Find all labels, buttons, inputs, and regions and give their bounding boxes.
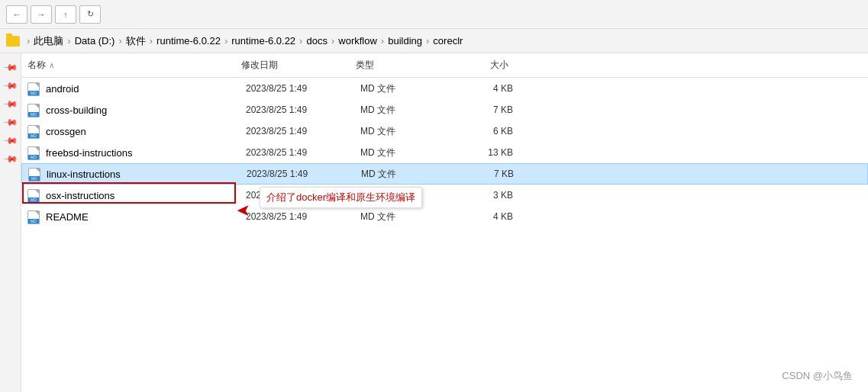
file-date: 2023/8/25 1:49 <box>246 190 360 201</box>
top-bar: ← → ↑ ↻ <box>0 0 868 29</box>
breadcrumb-data-d[interactable]: Data (D:) <box>75 35 115 47</box>
file-row-linux-instructions[interactable]: MD linux-instructions 2023/8/25 1:49 MD … <box>21 163 868 185</box>
pin-icon-4[interactable]: 📌 <box>2 114 19 131</box>
file-date: 2023/8/25 1:49 <box>246 147 360 158</box>
file-type: MD 文件 <box>360 210 452 223</box>
file-date: 2023/8/25 1:49 <box>246 104 360 115</box>
pin-icon-6[interactable]: 📌 <box>2 150 19 168</box>
file-size: 7 KB <box>453 169 514 179</box>
file-name: android <box>46 83 246 95</box>
file-name: crossgen <box>46 126 246 137</box>
md-file-icon: MD <box>27 189 41 201</box>
file-type: MD 文件 <box>360 125 452 138</box>
up-button[interactable]: ↑ <box>55 5 76 24</box>
breadcrumb-docs[interactable]: docs <box>306 35 327 47</box>
md-file-icon: MD <box>27 82 41 95</box>
forward-button[interactable]: → <box>31 5 52 24</box>
file-type: MD 文件 <box>360 146 452 159</box>
file-date: 2023/8/25 1:49 <box>247 169 361 179</box>
file-row-android[interactable]: MD android 2023/8/25 1:49 MD 文件 4 KB <box>21 78 868 99</box>
breadcrumb-runtime1[interactable]: runtime-6.0.22 <box>156 35 221 47</box>
file-name: freebsd-instructions <box>46 147 246 159</box>
file-row-cross-building[interactable]: MD cross-building 2023/8/25 1:49 MD 文件 7… <box>21 99 868 120</box>
file-type: MD 文件 <box>360 189 452 202</box>
file-type: MD 文件 <box>360 82 452 95</box>
md-file-icon: MD <box>27 210 41 223</box>
md-file-icon: MD <box>27 146 41 159</box>
pin-icon-5[interactable]: 📌 <box>2 132 19 149</box>
pin-icon-2[interactable]: 📌 <box>2 77 19 95</box>
breadcrumb: › 此电脑 › Data (D:) › 软件 › runtime-6.0.22 … <box>0 29 868 53</box>
sidebar: 📌 📌 📌 📌 📌 📌 <box>0 53 21 392</box>
file-size: 4 KB <box>452 83 513 94</box>
file-type: MD 文件 <box>360 104 452 117</box>
file-size: 13 KB <box>452 147 513 158</box>
sort-arrow-name: ∧ <box>49 61 54 69</box>
folder-icon <box>6 36 20 47</box>
file-list-area: 名称 ∧ 修改日期 类型 大小 MD android 2023/8/25 1:4… <box>21 53 868 392</box>
breadcrumb-runtime2[interactable]: runtime-6.0.22 <box>231 35 295 47</box>
file-size: 6 KB <box>452 126 513 137</box>
file-size: 7 KB <box>452 104 513 115</box>
md-file-icon: MD <box>27 125 41 137</box>
refresh-button[interactable]: ↻ <box>79 5 101 24</box>
file-row-freebsd[interactable]: MD freebsd-instructions 2023/8/25 1:49 M… <box>21 142 868 163</box>
breadcrumb-workflow[interactable]: workflow <box>338 35 377 47</box>
breadcrumb-building[interactable]: building <box>388 35 422 47</box>
file-type: MD 文件 <box>361 168 453 181</box>
breadcrumb-coreclr[interactable]: coreclr <box>433 35 463 47</box>
pin-icon-3[interactable]: 📌 <box>2 95 19 113</box>
file-name: README <box>46 211 246 223</box>
back-button[interactable]: ← <box>6 5 27 24</box>
file-row-osx[interactable]: MD osx-instructions 2023/8/25 1:49 MD 文件… <box>21 185 868 206</box>
col-header-size[interactable]: 大小 <box>447 59 508 72</box>
file-row-readme[interactable]: MD README 2023/8/25 1:49 MD 文件 4 KB <box>21 206 868 227</box>
file-size: 3 KB <box>452 190 513 201</box>
breadcrumb-software[interactable]: 软件 <box>126 34 146 48</box>
file-size: 4 KB <box>452 211 513 222</box>
file-row-crossgen[interactable]: MD crossgen 2023/8/25 1:49 MD 文件 6 KB <box>21 120 868 142</box>
md-file-icon: MD <box>27 104 41 116</box>
breadcrumb-this-pc[interactable]: 此电脑 <box>34 34 63 48</box>
main-content: 📌 📌 📌 📌 📌 📌 名称 ∧ 修改日期 类型 大小 MD android 2… <box>0 53 868 392</box>
pin-icon-1[interactable]: 📌 <box>2 59 19 76</box>
nav-buttons: ← → ↑ ↻ <box>6 5 101 24</box>
md-file-icon: MD <box>28 168 42 180</box>
file-name: cross-building <box>46 104 246 116</box>
file-name: osx-instructions <box>46 190 246 201</box>
file-date: 2023/8/25 1:49 <box>246 126 360 137</box>
file-date: 2023/8/25 1:49 <box>246 83 360 94</box>
watermark: CSDN @小鸟鱼 <box>782 369 853 383</box>
file-name: linux-instructions <box>47 169 247 180</box>
col-header-name[interactable]: 名称 ∧ <box>27 59 241 72</box>
col-header-date[interactable]: 修改日期 <box>241 59 356 72</box>
col-header-type[interactable]: 类型 <box>356 59 447 72</box>
file-date: 2023/8/25 1:49 <box>246 211 360 222</box>
column-headers: 名称 ∧ 修改日期 类型 大小 <box>21 53 868 78</box>
